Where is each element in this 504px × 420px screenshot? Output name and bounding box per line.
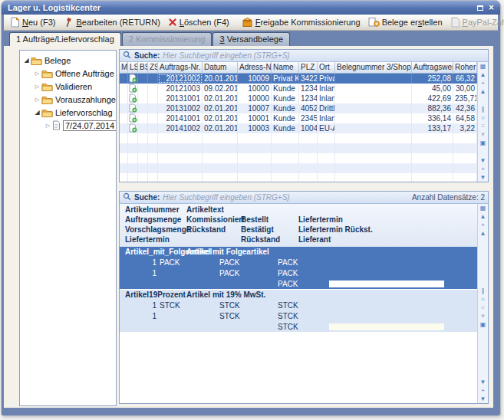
- cell[interactable]: 10007: [238, 103, 272, 113]
- position-edit-field[interactable]: [329, 281, 444, 287]
- loeschen-button[interactable]: Löschen (F4): [164, 17, 233, 28]
- add-record-icon[interactable]: +: [478, 221, 488, 229]
- expand-icon[interactable]: ▷: [33, 67, 41, 80]
- cell[interactable]: [148, 94, 158, 103]
- add-record-icon[interactable]: +: [478, 79, 488, 87]
- cell[interactable]: 1004: [299, 123, 318, 133]
- cell[interactable]: 02.01.2014: [203, 113, 238, 123]
- search-input[interactable]: Hier Suchbegriff eingeben (STRG+S): [163, 51, 289, 60]
- go-next-icon[interactable]: ▼: [478, 378, 488, 386]
- tree-item-validieren[interactable]: ▷Validieren: [20, 80, 116, 93]
- pin-icon[interactable]: ∥: [478, 105, 488, 113]
- column-chooser-icon[interactable]: ▦: [478, 62, 488, 71]
- cell[interactable]: [138, 94, 148, 103]
- cell[interactable]: [138, 103, 148, 113]
- group-detail-row[interactable]: 1STCKSTCKSTCK: [120, 300, 477, 311]
- group-header-row[interactable]: Artikel19ProzentArtikel mit 19% MwSt.: [120, 290, 477, 300]
- column-header-Adress-Nr.[interactable]: Adress-Nr.: [238, 62, 272, 74]
- cell[interactable]: 20141002: [158, 123, 203, 133]
- cell[interactable]: [335, 113, 412, 123]
- order-row[interactable]: 2012100309.02.201210000Kunde1234Inlan45,…: [120, 84, 477, 94]
- positions-search-bar[interactable]: Suche: Hier Suchbegriff eingeben (STRG+S…: [120, 192, 488, 204]
- cell[interactable]: Kunde: [272, 113, 299, 123]
- cell[interactable]: [138, 84, 148, 94]
- tree-item-label[interactable]: 7/24.07.2014: [63, 120, 117, 131]
- tree-item-label[interactable]: Vorauszahlungen: [55, 95, 117, 104]
- column-header-ZS[interactable]: ZS: [148, 62, 158, 74]
- remove-record-icon[interactable]: +: [478, 165, 488, 173]
- column-header-M[interactable]: M: [120, 62, 128, 74]
- tree-item-belege[interactable]: ◢Belege: [20, 54, 116, 67]
- group-detail-row[interactable]: 1STCKSTCK: [120, 311, 477, 322]
- cell[interactable]: [120, 74, 128, 84]
- column-header-PLZ[interactable]: PLZ: [299, 62, 318, 74]
- collapse-icon[interactable]: ◢: [22, 54, 31, 67]
- cell[interactable]: Privat K: [272, 74, 299, 84]
- cell[interactable]: 02.01.2013: [203, 103, 238, 113]
- cell[interactable]: Kunde: [272, 94, 299, 103]
- cell[interactable]: 20131001: [158, 94, 203, 103]
- freigabe-kommissionierung-button[interactable]: Freigabe Kommissionierung: [238, 16, 364, 28]
- cell[interactable]: [335, 123, 412, 133]
- collapse-icon[interactable]: ◢: [33, 106, 41, 119]
- column-header-BS[interactable]: BS: [138, 62, 148, 74]
- cell[interactable]: 2345: [299, 113, 318, 123]
- group-detail-row[interactable]: 1PACKPACK: [120, 268, 477, 279]
- tree-item-label[interactable]: Validieren: [55, 82, 92, 91]
- cell[interactable]: 1234: [299, 94, 318, 103]
- belege-erstellen-button[interactable]: Belege erstellen: [364, 16, 446, 28]
- cell[interactable]: 66,32: [453, 74, 477, 84]
- cell[interactable]: Drittl: [318, 103, 335, 113]
- column-header-Roher[interactable]: Roher: [453, 62, 477, 74]
- cell[interactable]: 02.01.2014: [203, 123, 238, 133]
- order-document-icon[interactable]: [128, 113, 138, 123]
- cell[interactable]: 02.01.2013: [203, 94, 238, 103]
- order-document-icon[interactable]: [128, 84, 138, 94]
- cell[interactable]: 422,69: [412, 94, 453, 103]
- order-document-icon[interactable]: [128, 103, 138, 113]
- group-detail-row[interactable]: PACK: [120, 279, 477, 290]
- search-record-icon[interactable]: ○: [478, 113, 488, 122]
- cell[interactable]: 10001: [238, 113, 272, 123]
- cell[interactable]: 10009: [238, 74, 272, 84]
- cell[interactable]: [120, 94, 128, 103]
- group-detail-row[interactable]: 1PACKPACKPACK: [120, 258, 477, 268]
- group-detail-row[interactable]: STCK: [120, 322, 477, 333]
- cell[interactable]: 45,00: [412, 84, 453, 94]
- go-last-icon[interactable]: ▼: [478, 173, 488, 182]
- cell[interactable]: 3,22: [453, 123, 477, 133]
- order-row[interactable]: 2013100202.01.201310007Kunde4052Drittl88…: [120, 103, 477, 113]
- cell[interactable]: 10000: [238, 84, 272, 94]
- remove-record-icon[interactable]: +: [478, 386, 488, 395]
- cell[interactable]: Inlan: [318, 94, 335, 103]
- column-header-Datum[interactable]: Datum: [203, 62, 238, 74]
- title-bar[interactable]: Lager u. Logistikcenter ×: [2, 1, 500, 15]
- restore-window-icon[interactable]: [477, 5, 483, 11]
- cell[interactable]: 336,14: [412, 113, 453, 123]
- close-window-icon[interactable]: ×: [489, 4, 494, 11]
- cell[interactable]: EU-Au: [318, 123, 335, 133]
- cell[interactable]: Kunde: [272, 103, 299, 113]
- cell[interactable]: 30,00: [453, 84, 477, 94]
- tab-versandbelege[interactable]: 3 Versandbelege: [212, 32, 290, 46]
- windows-icon[interactable]: ▣: [478, 139, 488, 147]
- position-group-2[interactable]: Artikel19ProzentArtikel mit 19% MwSt.1ST…: [120, 290, 477, 333]
- neu-button[interactable]: Neu (F3): [6, 16, 59, 28]
- cell[interactable]: 20121002: [158, 74, 203, 84]
- cell[interactable]: 3422: [299, 74, 318, 84]
- cell[interactable]: 10003: [238, 123, 272, 133]
- expand-icon[interactable]: ▷: [33, 80, 41, 93]
- cell[interactable]: 09.02.2012: [203, 84, 238, 94]
- tree-item-vorauszahlungen[interactable]: ▷Vorauszahlungen: [20, 93, 116, 106]
- bearbeiten-button[interactable]: Bearbeiten (RETURN): [59, 16, 163, 28]
- cell[interactable]: 133,17: [412, 123, 453, 133]
- go-prev-icon[interactable]: ▲: [478, 87, 488, 96]
- cell[interactable]: Kunde: [272, 123, 299, 133]
- order-document-icon[interactable]: [128, 74, 138, 84]
- column-header-Auftragswert €[interactable]: Auftragswert €: [412, 62, 453, 74]
- go-first-icon[interactable]: ▲: [478, 212, 488, 221]
- go-next-icon[interactable]: ▼: [478, 156, 488, 165]
- cell[interactable]: [138, 123, 148, 133]
- cell[interactable]: [335, 84, 412, 94]
- order-row[interactable]: 2014100102.01.201410001Kunde2345Inlan336…: [120, 113, 477, 123]
